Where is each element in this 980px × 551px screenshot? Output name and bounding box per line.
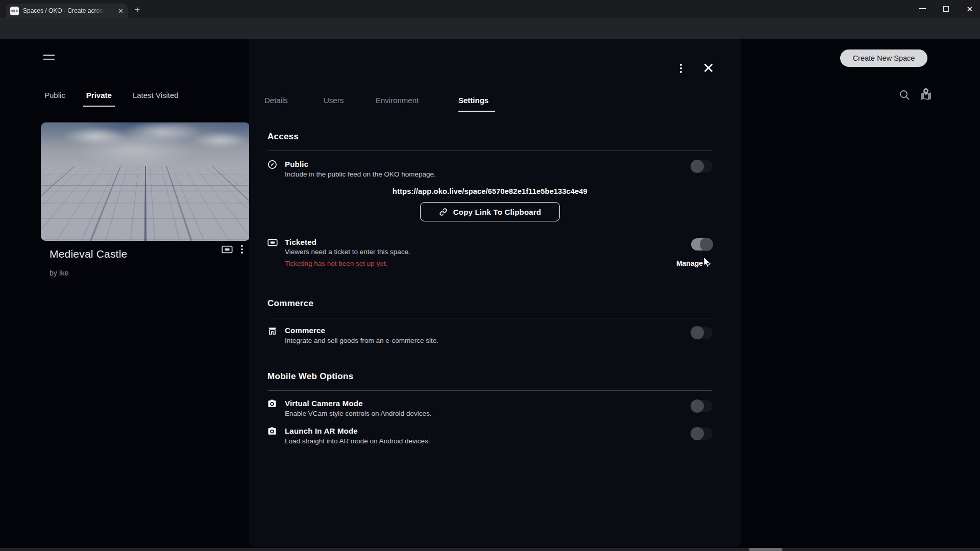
modal-close-icon[interactable] [703,62,714,73]
ar-setting-desc: Load straight into AR mode on Android de… [285,437,430,445]
horizontal-scrollbar[interactable] [0,548,980,551]
ticketed-setting-desc: Viewers need a ticket to enter this spac… [285,248,410,256]
vcam-setting-desc: Enable VCam style controls on Android de… [285,410,431,417]
browser-window: OKO Spaces / OKO - Create across rea ✕ +… [0,0,980,551]
oko-spaces-page: Create New Space Public Private Latest V… [0,39,980,551]
ar-toggle[interactable] [691,428,713,440]
modal-tabs: Details Users Environment Settings [264,96,488,118]
tab-private[interactable]: Private [86,91,112,107]
vcam-toggle[interactable] [691,400,713,412]
ticketed-setting-label: Ticketed [285,238,316,246]
storefront-icon [267,326,277,336]
space-settings-modal: Details Users Environment Settings Acces… [249,39,741,547]
space-menu-icon[interactable] [241,245,243,255]
map-icon[interactable] [919,88,933,102]
access-heading: Access [267,132,299,142]
tab-settings[interactable]: Settings [458,96,488,118]
tab-strip: OKO Spaces / OKO - Create across rea ✕ +… [0,0,980,18]
browser-tab[interactable]: OKO Spaces / OKO - Create across rea ✕ [6,4,128,18]
vcam-setting-label: Virtual Camera Mode [285,399,363,408]
tab-latest-visited[interactable]: Latest Visited [133,91,179,107]
tab-environment[interactable]: Environment [376,96,458,118]
commerce-setting-label: Commerce [285,326,325,335]
modal-menu-icon[interactable] [678,60,684,77]
oko-favicon: OKO [10,7,19,15]
new-tab-icon[interactable]: + [135,5,140,14]
hamburger-menu-icon[interactable] [43,55,55,63]
mobile-options-heading: Mobile Web Options [267,371,353,382]
public-setting-label: Public [285,160,308,168]
window-maximize-icon[interactable] [943,6,949,12]
scrollbar-thumb[interactable] [749,548,782,551]
public-toggle[interactable] [691,160,713,172]
space-title[interactable]: Medieval Castle [50,248,127,260]
ticketed-toggle[interactable] [691,238,713,251]
tab-details[interactable]: Details [264,96,324,118]
camera-icon [267,399,277,408]
search-icon[interactable] [898,89,911,101]
ticket-icon [222,245,233,254]
tab-public[interactable]: Public [44,91,65,107]
tab-title: Spaces / OKO - Create across rea [23,7,105,14]
copy-link-button[interactable]: Copy Link To Clipboard [420,202,560,221]
compass-icon [267,160,277,169]
mouse-cursor [703,257,712,268]
divider [267,151,713,151]
manage-ticketing-link[interactable]: Manage [637,259,713,267]
tab-users[interactable]: Users [324,96,376,118]
divider [267,390,713,391]
commerce-setting-desc: Integrate and sell goods from an e-comme… [285,337,438,344]
library-tabs: Public Private Latest Visited [44,91,179,107]
create-new-space-button[interactable]: Create New Space [840,49,927,67]
commerce-heading: Commerce [267,298,313,309]
ticketing-warning: Ticketing has not been set up yet. [285,260,387,267]
window-minimize-icon[interactable] [919,8,926,9]
public-setting-desc: Include in the public feed on the OKO ho… [285,170,436,178]
window-close-icon[interactable]: ✕ [966,5,973,13]
divider [267,318,713,318]
link-icon [439,208,448,216]
browser-toolbar: app.oko.live/spaces ✕ ✕ [0,18,980,39]
space-thumbnail[interactable] [41,122,250,241]
ticket-icon [267,238,278,247]
camera-icon [267,427,277,436]
space-author: by Ike [50,269,68,277]
share-url: https://app.oko.live/space/6570e82e1f11e… [267,187,713,195]
commerce-toggle[interactable] [691,327,713,339]
tab-close-icon[interactable]: ✕ [118,8,124,14]
ar-setting-label: Launch In AR Mode [285,427,358,435]
